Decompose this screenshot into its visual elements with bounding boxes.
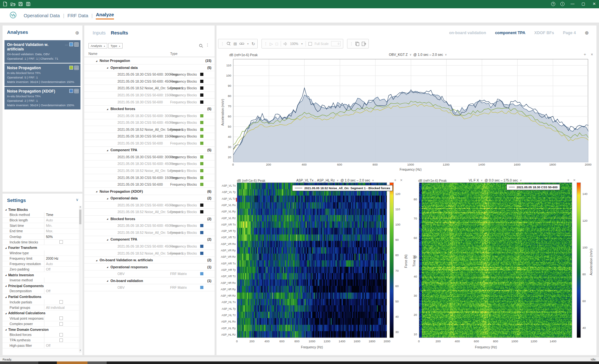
expander-icon[interactable]: ◢ [107, 279, 108, 282]
settings-row-value[interactable]: Auto [46, 218, 53, 222]
settings-row-value[interactable]: Min. [46, 224, 52, 227]
drag-handle-icon[interactable]: ⋮ [221, 42, 224, 46]
tree-item-row[interactable]: 2021.05.05 18.30 CSS 50-600: 150 degsFre… [84, 133, 215, 140]
top-chart-channel-selector[interactable]: OBV_KGT Z∨ @ 1.0 sec – 2.0 sec∨ [389, 53, 447, 56]
scroll-down-icon[interactable]: ▼ [79, 349, 82, 353]
stop-icon[interactable]: □ [276, 41, 278, 46]
tree-item-row[interactable]: 2021.05.05 18.52 Noise_All_On: Segment 1… [84, 126, 215, 133]
help-button[interactable]: ? [551, 2, 555, 6]
open-file-icon[interactable] [10, 1, 15, 7]
maximize-button[interactable]: ▢ [580, 1, 586, 7]
save-icon[interactable] [18, 1, 23, 7]
analysis-card[interactable]: …On-board Validation w. artificialsOn-bo… [4, 40, 80, 63]
card-matrix-icon[interactable] [74, 65, 79, 70]
settings-section[interactable]: ◢Matrix Inversion [3, 272, 79, 278]
new-file-icon[interactable] [3, 1, 8, 7]
tree-group-row[interactable]: ◢On-board Validation w. artificials(2) [84, 257, 215, 264]
settings-section[interactable]: ◢Additional Calculations [3, 310, 79, 316]
settings-section[interactable]: ◢Time Domain Conversion [3, 327, 79, 332]
card-color-swatch[interactable] [69, 66, 73, 70]
tree-item-row[interactable]: 2021.05.05 18.30 CSS 50-600: 450 degsFre… [84, 160, 215, 167]
card-matrix-icon[interactable] [74, 42, 79, 46]
expander-icon[interactable]: ◢ [5, 274, 7, 276]
add-analysis-button[interactable]: ⊕ [75, 30, 79, 36]
full-scale-checkbox[interactable] [308, 42, 312, 46]
export-display-icon[interactable] [362, 42, 366, 46]
tree-item-row[interactable]: 2021.05.05 18.52 Noise_All_On: Segment 1… [84, 167, 215, 175]
left-heatmap-add-icon[interactable]: + [394, 178, 397, 182]
add-page-icon[interactable]: ⊕ [585, 30, 589, 36]
right-heatmap-close-icon[interactable]: × [573, 178, 576, 182]
settings-scrollbar[interactable]: ▲ ▼ [79, 206, 82, 353]
page-tab[interactable]: Page 4 [563, 31, 576, 35]
settings-section[interactable]: ◢Principal Components [3, 283, 79, 288]
tree-item-row[interactable]: 2021.05.05 18.30 CSS 50-600Frequency Blo… [84, 181, 215, 188]
tree-item-row[interactable]: 2021.05.05 18.30 CSS 50-600: 450 degsFre… [84, 243, 215, 250]
settings-row-value[interactable]: Time [46, 213, 53, 217]
left-heatmap-plot[interactable] [237, 182, 387, 338]
settings-checkbox[interactable] [59, 333, 63, 337]
tree-group-row[interactable]: ◢Operational data(5) [84, 64, 215, 71]
expander-icon[interactable]: ◢ [96, 259, 97, 261]
expander-icon[interactable]: ◢ [5, 312, 7, 314]
card-more-icon[interactable]: … [65, 42, 68, 46]
settings-checkbox[interactable] [59, 338, 63, 342]
full-scale-input[interactable]: 0 [331, 41, 341, 46]
settings-section[interactable]: ◢Partial Contributions [3, 294, 79, 300]
tree-item-row[interactable]: 2021.05.05 18.30 CSS 50-600: 450 degsFre… [84, 119, 215, 126]
tree-item-row[interactable]: 2021.05.05 18.30 CSS 50-600: 450 degsFre… [84, 222, 215, 229]
page-tab[interactable]: XDOF BFs [534, 31, 554, 35]
left-heatmap-close-icon[interactable]: × [400, 178, 403, 182]
settings-checkbox[interactable] [59, 240, 63, 244]
right-heatmap-add-icon[interactable]: + [567, 178, 570, 182]
left-heatmap-channel-selector[interactable]: ASP_VL Tx .. ASP_HL Rz∨ @ 1.0 sec – 2.0 … [296, 178, 374, 182]
tree-item-row[interactable]: 2021.05.05 18.30 CSS 50-600: 300 degsFre… [84, 71, 215, 78]
layout-grid-icon[interactable]: ⊞ [233, 41, 237, 46]
tree-item-row[interactable]: 2021.05.05 18.30 CSS 50-600: 450 degsFre… [84, 202, 215, 209]
settings-row-value[interactable]: 2000 Hz [46, 256, 58, 260]
settings-row-value[interactable]: 50% [46, 235, 53, 239]
play-icon[interactable]: ▷ [270, 41, 273, 46]
settings-row-value[interactable]: Off [46, 289, 50, 293]
top-chart-plot[interactable] [233, 59, 588, 162]
settings-row-value[interactable]: Max. [46, 229, 53, 233]
expander-icon[interactable]: ◢ [5, 328, 7, 331]
tab-results[interactable]: Results [111, 30, 128, 35]
tree-item-row[interactable]: 2021.05.05 18.52 Noise_All_On: Segment 1… [84, 250, 215, 257]
link-axes-icon[interactable] [239, 42, 244, 45]
drag-handle-icon[interactable]: ⋮ [264, 42, 267, 46]
top-chart-close-icon[interactable]: × [591, 52, 593, 57]
analysis-card[interactable]: Noise PropagationIn-situ blocked force T… [4, 63, 80, 86]
expander-icon[interactable]: ◢ [107, 238, 108, 241]
page-tab[interactable]: component TPA [495, 31, 525, 35]
search-icon[interactable] [199, 43, 203, 49]
drag-handle-icon[interactable]: ⋮ [350, 42, 353, 46]
settings-row-value[interactable]: Auto [46, 262, 53, 266]
save-as-icon[interactable] [26, 1, 31, 7]
refresh-icon[interactable]: ↻ [252, 41, 255, 46]
analysis-card[interactable]: Noise Propagation (XDOF)In-situ blocked … [4, 87, 80, 109]
expander-icon[interactable]: ◢ [107, 197, 108, 199]
expander-icon[interactable]: ◢ [5, 208, 7, 211]
tree-item-row[interactable]: 2021.05.05 18.30 CSS 50-600: 300 degsFre… [84, 112, 215, 119]
filter-analysis[interactable]: Analysis▲ [88, 43, 107, 48]
card-matrix-icon[interactable] [74, 89, 79, 93]
tree-item-row[interactable]: OBVFRF Matrix [84, 271, 215, 278]
expander-icon[interactable]: ◢ [96, 60, 97, 62]
minimize-button[interactable]: — [570, 1, 575, 7]
expander-icon[interactable]: ◢ [5, 247, 7, 249]
page-tab[interactable]: on-board validation [449, 31, 486, 35]
tree-item-row[interactable]: 2021.05.05 18.30 CSS 50-600: 150 degsFre… [84, 174, 215, 181]
settings-section[interactable]: ◢Fourier Transform [3, 245, 79, 250]
tab-frf-data[interactable]: FRF Data [67, 13, 88, 18]
tree-group-row[interactable]: ◢Component TPA(5) [84, 147, 215, 154]
expander-icon[interactable]: ◢ [107, 149, 108, 151]
tree-item-row[interactable]: OBVFRF Matrix [84, 284, 215, 291]
tab-inputs[interactable]: Inputs [93, 30, 106, 35]
tree-group-row[interactable]: ◢Noise Propagation(15) [84, 57, 215, 64]
info-button[interactable]: i [560, 2, 565, 6]
tree-group-row[interactable]: ◢On-board validation(1) [84, 278, 215, 285]
tab-analyze[interactable]: Analyze [96, 12, 114, 19]
expander-icon[interactable]: ◢ [5, 296, 7, 298]
expander-icon[interactable]: ◢ [5, 285, 7, 287]
